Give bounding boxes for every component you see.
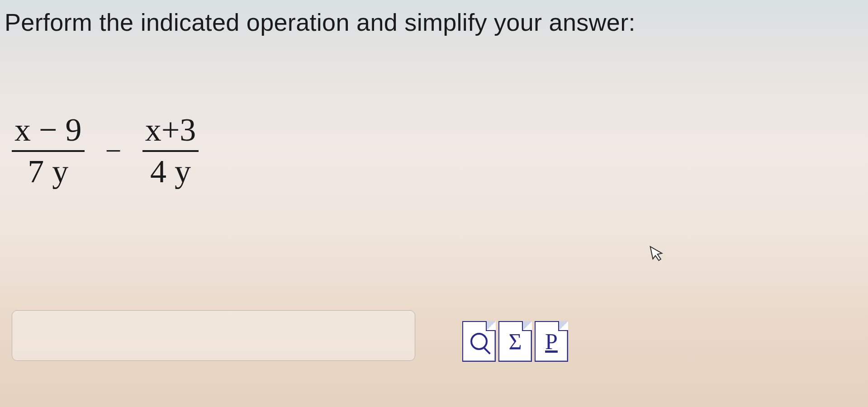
fraction-2-numerator: x+3 (142, 113, 199, 147)
fraction-2-denominator: 4 y (147, 155, 194, 189)
fraction-1: x − 9 7 y (12, 113, 85, 189)
fraction-2-bar (142, 150, 199, 152)
answer-input[interactable] (12, 310, 415, 361)
dogear-icon (558, 321, 568, 331)
magnifier-icon (470, 333, 488, 350)
dogear-icon (486, 321, 496, 331)
fraction-2: x+3 4 y (142, 113, 199, 189)
dogear-icon (522, 321, 532, 331)
cursor-icon (649, 243, 667, 267)
minus-operator: − (104, 134, 123, 168)
preview-button[interactable] (462, 321, 496, 362)
fraction-1-denominator: 7 y (25, 155, 71, 189)
equation-display: x − 9 7 y − x+3 4 y (12, 113, 199, 189)
fraction-1-bar (12, 150, 85, 152)
sigma-icon: Σ (508, 328, 522, 355)
p-icon: P (545, 328, 558, 355)
question-prompt: Perform the indicated operation and simp… (5, 8, 636, 36)
help-button[interactable]: P (535, 321, 568, 362)
fraction-1-numerator: x − 9 (12, 113, 85, 147)
equation-editor-button[interactable]: Σ (498, 321, 532, 362)
toolbar: Σ P (462, 321, 568, 362)
